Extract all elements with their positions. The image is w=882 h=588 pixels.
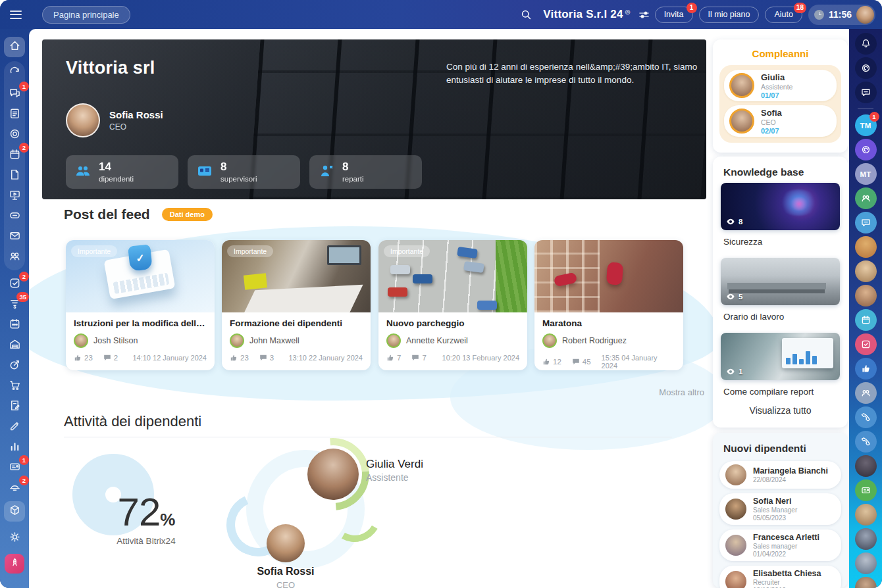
view-all-link[interactable]: Visualizza tutto — [713, 405, 848, 416]
kb-item-security[interactable]: 8 Sicurezza — [721, 183, 840, 247]
author-avatar[interactable] — [542, 333, 557, 348]
chat-avatar-group-green[interactable] — [855, 187, 877, 209]
sidebar-item-employees[interactable] — [4, 247, 25, 268]
chat-avatar-tm[interactable]: TM1 — [855, 114, 877, 136]
sidebar-item-updates[interactable] — [4, 64, 25, 84]
author-name[interactable]: Annette Kurzweil — [406, 336, 468, 345]
menu-icon[interactable] — [10, 11, 22, 19]
stat-employees[interactable]: 14dipendenti — [66, 155, 178, 189]
partner-program-button[interactable] — [5, 554, 24, 574]
likes-count[interactable]: 23 — [230, 354, 249, 362]
chat-avatar-photo-4[interactable] — [855, 455, 877, 477]
notifications-bell-icon[interactable] — [855, 33, 877, 55]
sidebar-item-marketing[interactable] — [4, 356, 25, 376]
chat-avatar-channel-blue[interactable] — [855, 212, 877, 233]
feed-post[interactable]: Importante ✓ Istruzioni per la modifica … — [66, 240, 215, 370]
tune-icon[interactable] — [639, 10, 649, 20]
employee-list-item[interactable]: Mariangela Bianchi22/08/2024 — [719, 461, 841, 489]
stat-supervisors[interactable]: 8supervisori — [188, 155, 300, 189]
stat-departments[interactable]: 8reparti — [309, 155, 422, 189]
sidebar-item-drive[interactable] — [4, 207, 25, 227]
likes-count[interactable]: 12 — [542, 358, 561, 366]
post-title[interactable]: Nuovo parcheggio — [386, 318, 519, 328]
chat-avatar-card-green[interactable] — [855, 479, 877, 501]
author-avatar[interactable] — [74, 333, 88, 348]
employee-list-item[interactable]: Sofia NeriSales Manager05/05/2023 — [719, 493, 841, 525]
employee-avatar-sofia[interactable] — [267, 524, 305, 562]
my-plan-button[interactable]: Il mio piano — [699, 7, 760, 23]
copilot-icon[interactable] — [855, 57, 877, 79]
messenger-icon[interactable] — [855, 82, 877, 103]
kb-item-work-hours[interactable]: 5 Orario di lavoro — [721, 258, 840, 322]
show-more-link[interactable]: Mostra altro — [606, 387, 704, 397]
chat-avatar-calendar[interactable] — [855, 309, 877, 331]
employee-list-item[interactable]: Elisabetta ChiesaRecruiter18/10/2019 — [719, 566, 841, 588]
chat-avatar-photo-2[interactable] — [855, 260, 877, 282]
chat-avatar-photo-6[interactable] — [855, 528, 877, 550]
chat-avatar-group-2[interactable] — [855, 382, 877, 404]
search-icon[interactable] — [521, 9, 532, 20]
kb-item-reports[interactable]: 1 Come compilare report — [721, 333, 840, 397]
chat-avatar-photo-3[interactable] — [855, 285, 877, 306]
post-title[interactable]: Istruzioni per la modifica della passw..… — [74, 318, 207, 328]
sidebar-item-warehouse[interactable] — [4, 335, 25, 356]
birthday-item[interactable]: Sofia CEO 02/07 — [724, 105, 837, 137]
birthday-item[interactable]: Giulia Assistente 01/07 — [724, 70, 837, 101]
ceo-avatar[interactable] — [66, 103, 100, 137]
employee-list-item[interactable]: Francesca ArlettiSales manager01/04/2022 — [719, 529, 841, 561]
settings-button[interactable] — [4, 528, 25, 549]
sidebar-item-feed[interactable] — [4, 105, 25, 125]
sidebar-item-sign[interactable] — [4, 417, 25, 437]
chat-avatar-phone-2[interactable] — [855, 431, 877, 453]
chat-avatar-photo-1[interactable] — [855, 236, 877, 258]
chat-avatar-tasks[interactable] — [855, 333, 877, 355]
sidebar-item-mail[interactable] — [4, 227, 25, 247]
sidebar-item-workgroups[interactable] — [4, 125, 25, 145]
help-button[interactable]: Aiuto 18 — [765, 7, 802, 23]
sidebar-item-crm[interactable]: 35 — [4, 295, 25, 315]
author-name[interactable]: Robert Rodriguez — [562, 336, 627, 345]
author-avatar[interactable] — [230, 333, 244, 348]
invite-button[interactable]: Invita 1 — [655, 7, 693, 23]
user-avatar[interactable] — [856, 6, 874, 24]
sidebar-item-calendar[interactable]: 2 — [4, 145, 25, 166]
sidebar-item-analytics[interactable] — [4, 437, 25, 458]
chat-avatar-copilot[interactable] — [855, 139, 877, 160]
employee-avatar-giulia[interactable] — [307, 449, 359, 500]
employee-name[interactable]: Giulia Verdi — [366, 458, 423, 471]
sidebar-item-shop[interactable] — [4, 376, 25, 397]
feed-post[interactable]: Importante Formazione dei dipendenti Joh… — [222, 240, 371, 370]
time-widget[interactable]: 11:56 — [808, 5, 875, 25]
author-name[interactable]: Josh Stilson — [93, 336, 138, 345]
main-page-button[interactable]: Pagina principale — [42, 6, 130, 24]
author-name[interactable]: John Maxwell — [249, 336, 299, 345]
sidebar-item-sales[interactable]: 2 — [4, 478, 25, 499]
chat-avatar-likes[interactable] — [855, 358, 877, 380]
likes-count[interactable]: 23 — [74, 354, 93, 362]
comments-count[interactable]: 2 — [103, 354, 118, 362]
post-title[interactable]: Maratona — [542, 318, 675, 328]
sidebar-item-home[interactable] — [4, 37, 25, 57]
sidebar-item-market[interactable] — [4, 501, 25, 522]
post-title[interactable]: Formazione dei dipendenti — [230, 318, 363, 328]
feed-post[interactable]: Maratona Robert Rodriguez 12 45 15:35 04… — [534, 240, 683, 370]
sidebar-item-whiteboard[interactable] — [4, 186, 25, 207]
chat-avatar-photo-7[interactable] — [855, 552, 877, 574]
sidebar-item-automation[interactable] — [4, 315, 25, 335]
sidebar-item-connect[interactable]: 1 — [4, 458, 25, 478]
likes-count[interactable]: 7 — [386, 354, 401, 362]
chat-avatar-phone-1[interactable] — [855, 406, 877, 428]
author-avatar[interactable] — [386, 333, 401, 348]
chat-avatar-mt[interactable]: MT — [855, 163, 877, 185]
chat-avatar-photo-5[interactable] — [855, 504, 877, 526]
comments-count[interactable]: 7 — [411, 354, 426, 362]
sidebar-item-chat[interactable]: 1 — [4, 84, 25, 105]
comments-count[interactable]: 3 — [259, 354, 274, 362]
chat-avatar-photo-8[interactable] — [855, 577, 877, 588]
comments-count[interactable]: 45 — [572, 358, 591, 366]
post-datetime: 10:20 13 February 2024 — [442, 354, 519, 362]
sidebar-item-docs[interactable] — [4, 166, 25, 186]
feed-post[interactable]: Importante Nuovo parcheggio Annette Kurz… — [378, 240, 527, 370]
sidebar-item-sign-docs[interactable] — [4, 397, 25, 417]
employee-name[interactable]: Sofia Rossi — [246, 566, 325, 577]
